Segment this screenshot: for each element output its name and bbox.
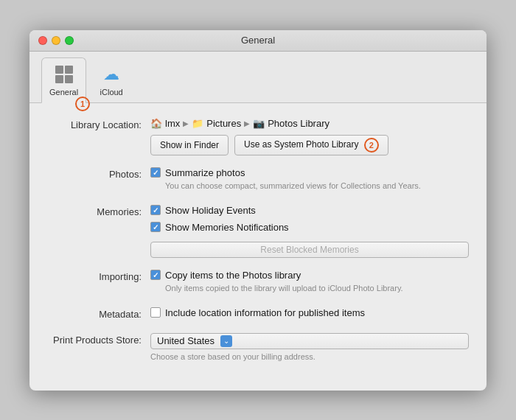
traffic-lights [38,36,74,45]
store-hint: Choose a store based on your billing add… [150,352,469,361]
use-as-system-photo-library-button[interactable]: Use as System Photo Library 2 [234,135,388,155]
library-buttons: Show in Finder Use as System Photo Libra… [150,135,469,155]
library-icon: 📷 [253,118,265,129]
holiday-checkbox-row: ✓ Show Holiday Events [150,205,469,216]
tab-icloud[interactable]: ☁ iCloud [89,58,133,102]
select-arrow-icon: ⌄ [220,335,232,347]
minimize-button[interactable] [52,36,60,45]
photos-hint: You can choose compact, summarized views… [165,181,469,190]
copy-items-checkbox-row: ✓ Copy items to the Photos library [150,270,469,281]
importing-hint: Only items copied to the library will up… [165,284,469,293]
print-products-store-content: United States ⌄ Choose a store based on … [150,333,469,364]
titlebar: General [29,30,487,52]
pictures-icon: 📁 [192,118,203,129]
summarize-label: Summarize photos [165,167,245,178]
show-in-finder-button[interactable]: Show in Finder [150,135,229,155]
country-select-value: United States [157,335,215,346]
annotation-1: 1 [75,97,90,111]
notifications-checkbox[interactable]: ✓ [150,222,161,232]
path-home: lmx [165,118,180,129]
metadata-label: Metadata: [47,307,150,320]
location-checkbox-row: Include location information for publish… [150,307,469,318]
library-location-label: Library Location: [47,118,150,130]
summarize-checkmark: ✓ [153,169,158,177]
summarize-checkbox-row: ✓ Summarize photos [150,167,469,178]
photos-content: ✓ Summarize photos You can choose compac… [150,167,469,193]
tab-general-label: General [49,88,78,97]
memories-row: Memories: ✓ Show Holiday Events ✓ Show M… [47,205,469,258]
library-path: 🏠 lmx ▶ 📁 Pictures ▶ 📷 Photos Library [150,118,469,129]
path-library: Photos Library [268,118,330,129]
close-button[interactable] [38,36,47,45]
holiday-checkbox[interactable]: ✓ [150,205,161,215]
location-label: Include location information for publish… [165,307,365,318]
general-icon [52,63,76,86]
copy-items-checkmark: ✓ [153,271,158,279]
home-icon: 🏠 [150,118,162,129]
summarize-checkbox[interactable]: ✓ [150,167,161,178]
holiday-label: Show Holiday Events [165,205,256,216]
photos-row: Photos: ✓ Summarize photos You can choos… [47,167,469,193]
tab-icloud-label: iCloud [100,88,123,97]
notifications-label: Show Memories Notifications [165,222,289,233]
notifications-checkbox-row: ✓ Show Memories Notifications [150,222,469,233]
path-arrow-2: ▶ [244,119,250,127]
maximize-button[interactable] [65,36,74,45]
print-products-store-row: Print Products Store: United States ⌄ Ch… [47,333,469,364]
annotation-2: 2 [364,138,379,153]
path-arrow-1: ▶ [183,119,189,127]
metadata-content: Include location information for publish… [150,307,469,321]
importing-label: Importing: [47,270,150,282]
memories-content: ✓ Show Holiday Events ✓ Show Memories No… [150,205,469,258]
content-area: Library Location: 🏠 lmx ▶ 📁 Pictures ▶ 📷… [29,103,487,391]
copy-items-label: Copy items to the Photos library [165,270,301,281]
photos-label: Photos: [47,167,150,180]
country-select[interactable]: United States ⌄ [150,333,469,349]
importing-content: ✓ Copy items to the Photos library Only … [150,270,469,295]
metadata-row: Metadata: Include location information f… [47,307,469,321]
path-pictures: Pictures [206,118,241,129]
holiday-checkmark: ✓ [153,206,158,214]
tab-general[interactable]: General [41,57,86,103]
toolbar: General ☁ iCloud 1 [29,52,487,103]
notifications-checkmark: ✓ [153,223,158,231]
icloud-icon: ☁ [100,63,123,86]
print-products-store-label: Print Products Store: [47,333,150,346]
library-location-content: 🏠 lmx ▶ 📁 Pictures ▶ 📷 Photos Library Sh… [150,118,469,155]
memories-label: Memories: [47,205,150,217]
copy-items-checkbox[interactable]: ✓ [150,270,161,280]
library-location-row: Library Location: 🏠 lmx ▶ 📁 Pictures ▶ 📷… [47,118,469,155]
window-title: General [241,35,275,46]
reset-blocked-memories-button[interactable]: Reset Blocked Memories [150,242,469,258]
importing-row: Importing: ✓ Copy items to the Photos li… [47,270,469,295]
location-checkbox[interactable] [150,307,161,318]
